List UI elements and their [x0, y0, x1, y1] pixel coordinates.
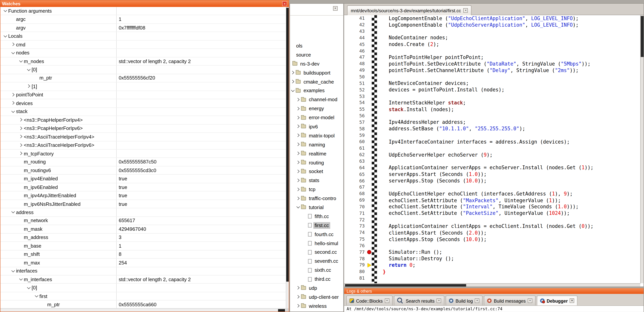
code-line[interactable]: 65 serverApps.Start (Seconds (1.0));: [344, 171, 640, 177]
tab-close-icon[interactable]: ×: [437, 298, 441, 303]
marker-margin[interactable]: [367, 165, 372, 171]
watch-row[interactable]: pointToPoint: [0, 91, 286, 99]
code-line[interactable]: 80}: [344, 269, 640, 275]
tree-item-routing[interactable]: routing: [290, 158, 343, 167]
watch-row[interactable]: argc1: [0, 15, 286, 24]
marker-margin[interactable]: [367, 275, 372, 282]
marker-margin[interactable]: [367, 126, 372, 132]
watch-row[interactable]: [0]: [0, 284, 286, 292]
expander-closed-icon[interactable]: [296, 160, 301, 165]
expander-open-icon[interactable]: [18, 277, 24, 282]
marker-margin[interactable]: [367, 158, 372, 165]
marker-margin[interactable]: [367, 132, 372, 139]
expander-closed-icon[interactable]: [296, 97, 301, 102]
expander-closed-icon[interactable]: [296, 115, 301, 120]
expander-open-icon[interactable]: [3, 33, 8, 39]
expander-open-icon[interactable]: [290, 88, 296, 94]
tree-item-ns-3-dev[interactable]: ns-3-dev: [290, 59, 343, 68]
code-line[interactable]: 59: [344, 132, 640, 139]
tree-item-sixth-cc[interactable]: sixth.cc: [290, 266, 343, 275]
code-line[interactable]: 56: [344, 113, 640, 119]
code-line[interactable]: 60 Ipv4InterfaceContainer interfaces = a…: [344, 139, 640, 145]
watch-row[interactable]: [1]: [0, 82, 286, 91]
marker-margin[interactable]: [367, 242, 372, 249]
code-area[interactable]: 41 LogComponentEnable ("UdpEchoClientApp…: [344, 15, 640, 283]
code-line[interactable]: 63: [344, 158, 640, 165]
expander-closed-icon[interactable]: [18, 143, 24, 148]
tree-item-socket[interactable]: socket: [290, 167, 343, 176]
marker-margin[interactable]: [367, 139, 372, 145]
expander-closed-icon[interactable]: [296, 295, 301, 300]
marker-margin[interactable]: [367, 152, 372, 158]
expander-closed-icon[interactable]: [18, 126, 24, 131]
watch-row[interactable]: Locals: [0, 32, 286, 41]
logs-tab-build-messages[interactable]: Build messages×: [484, 296, 536, 305]
logs-tab-search-results[interactable]: Search results×: [394, 296, 444, 305]
code-line[interactable]: 62 UdpEchoServerHelper echoServer (9);: [344, 152, 640, 158]
tree-item-tutorial[interactable]: tutorial: [290, 203, 343, 212]
marker-margin[interactable]: [367, 203, 372, 210]
watches-vscroll-thumb[interactable]: [286, 8, 289, 282]
marker-margin[interactable]: [367, 93, 372, 100]
watch-row[interactable]: m_routing0x555555587c50: [0, 158, 286, 166]
watch-row[interactable]: m_routingv60x5555555cd3c0: [0, 166, 286, 175]
expander-open-icon[interactable]: [296, 205, 301, 210]
expander-closed-icon[interactable]: [11, 42, 16, 47]
code-line[interactable]: 44 NodeContainer nodes;: [344, 35, 640, 41]
code-line[interactable]: 58 address.SetBase ("10.1.1.0", "255.255…: [344, 126, 640, 132]
code-line[interactable]: 73 ApplicationContainer clientApps = ech…: [344, 223, 640, 230]
watch-row[interactable]: m_base1: [0, 242, 286, 250]
watch-row[interactable]: first: [0, 292, 286, 301]
tree-item-fifth-cc[interactable]: fifth.cc: [290, 212, 343, 221]
tree-item-wireless[interactable]: wireless: [290, 302, 343, 311]
watch-row[interactable]: [0]: [0, 66, 286, 74]
tree-item-traffic-contro[interactable]: traffic-contro: [290, 194, 343, 203]
editor-horizontal-scrollbar[interactable]: [344, 283, 640, 287]
tree-item-stats[interactable]: stats: [290, 176, 343, 185]
code-line[interactable]: 76: [344, 242, 640, 249]
code-line[interactable]: 67: [344, 184, 640, 190]
expander-closed-icon[interactable]: [296, 133, 301, 138]
expander-closed-icon[interactable]: [290, 79, 296, 85]
watch-row[interactable]: <ns3::AsciiTraceHelperForIpv6>: [0, 141, 286, 150]
tree-item-seventh-cc[interactable]: seventh.cc: [290, 257, 343, 266]
expander-closed-icon[interactable]: [296, 187, 301, 192]
marker-margin[interactable]: [367, 113, 372, 119]
code-line[interactable]: 64 ApplicationContainer serverApps = ech…: [344, 165, 640, 171]
watches-vertical-scrollbar[interactable]: [286, 7, 289, 308]
expander-open-icon[interactable]: [34, 294, 40, 299]
code-line[interactable]: 52 devices = pointToPoint.Install (nodes…: [344, 87, 640, 93]
watch-row[interactable]: <ns3::PcapHelperForIpv4>: [0, 116, 286, 125]
expander-open-icon[interactable]: [26, 67, 32, 72]
expander-closed-icon[interactable]: [296, 169, 301, 174]
code-line[interactable]: 75 clientApps.Stop (Seconds (10.0));: [344, 236, 640, 242]
watch-row[interactable]: address: [0, 208, 286, 217]
editor-tab-close-icon[interactable]: ×: [464, 8, 468, 13]
tree-item-ipv6[interactable]: ipv6: [290, 122, 343, 131]
tab-close-icon[interactable]: ×: [385, 298, 390, 303]
tree-item-realtime[interactable]: realtime: [290, 149, 343, 158]
code-line[interactable]: 53: [344, 93, 640, 100]
marker-margin[interactable]: [367, 190, 372, 197]
expander-open-icon[interactable]: [26, 285, 32, 291]
marker-margin[interactable]: [367, 249, 372, 255]
marker-margin[interactable]: [367, 171, 372, 177]
expander-closed-icon[interactable]: [296, 151, 301, 156]
tree-item-udp-client-ser[interactable]: udp-client-ser: [290, 293, 343, 302]
marker-margin[interactable]: [367, 87, 372, 93]
marker-margin[interactable]: [367, 41, 372, 48]
code-line[interactable]: 78 Simulator::Destroy ();: [344, 255, 640, 262]
watch-row[interactable]: m_interfacesstd::vector of length 2, cap…: [0, 275, 286, 284]
watch-row[interactable]: m_ipv4Enabledtrue: [0, 175, 286, 183]
marker-margin[interactable]: [367, 197, 372, 203]
code-line[interactable]: 43: [344, 28, 640, 35]
expander-open-icon[interactable]: [11, 109, 16, 114]
marker-margin[interactable]: [367, 255, 372, 262]
expander-open-icon[interactable]: [18, 59, 24, 64]
breakpoint-icon[interactable]: [367, 250, 371, 254]
code-line[interactable]: 42 LogComponentEnable ("UdpEchoServerApp…: [344, 22, 640, 28]
logs-titlebar[interactable]: Logs & others: [344, 288, 644, 294]
code-line[interactable]: 57 Ipv4AddressHelper address;: [344, 119, 640, 126]
tab-close-icon[interactable]: ×: [570, 298, 574, 303]
marker-margin[interactable]: [367, 100, 372, 106]
